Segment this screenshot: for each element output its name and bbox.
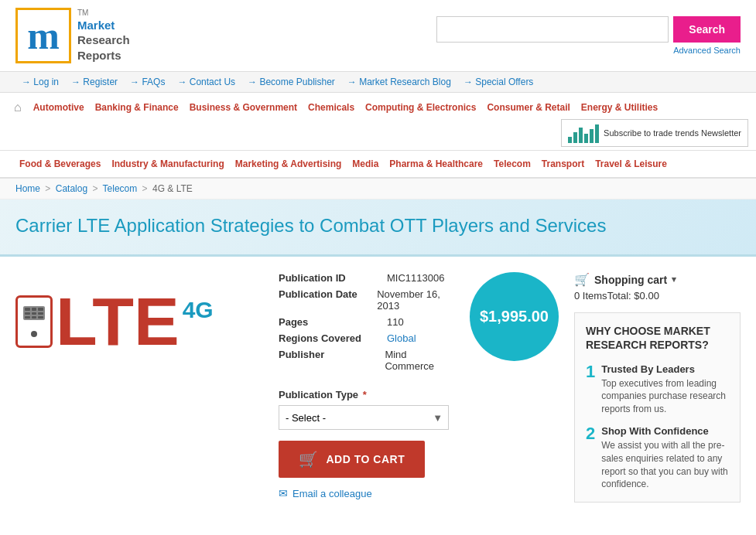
logo-line1: Market [77,19,115,32]
pub-id-row: Publication ID MIC1113006 [279,272,457,284]
cart-header[interactable]: 🛒 Shopping cart ▾ [574,272,741,287]
title-area: Carrier LTE Application Strategies to Co… [0,199,756,257]
lte-logo-display: LTE 4G [15,272,263,363]
logo-line2: Research [77,33,130,46]
logo-square: m [15,8,71,63]
trade-trends-text: Subscribe to trade trends Newsletter [604,128,741,138]
breadcrumb-catalog[interactable]: Catalog [56,183,87,194]
logo-line3: Reports [77,49,121,62]
email-icon: ✉ [279,487,288,499]
cat-energy[interactable]: Energy & Utilities [576,97,663,118]
cat-pharma[interactable]: Pharma & Healthcare [384,154,488,174]
breadcrumb-telecom[interactable]: Telecom [103,183,138,194]
cat-media[interactable]: Media [347,154,384,174]
nav-contact[interactable]: → Contact Us [171,77,241,87]
breadcrumb-sep1: > [45,183,50,194]
publisher-label: Publisher [279,349,385,372]
publisher-value: Mind Commerce [385,349,457,372]
lte-letters: LTE [56,288,180,356]
email-colleague-link[interactable]: ✉ Email a colleague [279,487,559,499]
why-desc-1: Top executives from leading companies pu… [601,377,729,416]
search-input[interactable] [436,16,669,43]
nav-blog[interactable]: → Market Research Blog [341,77,457,87]
product-details: Publication ID MIC1113006 Publication Da… [279,272,559,499]
cat-automotive[interactable]: Automotive [28,97,90,118]
cart-icon: 🛒 [574,272,590,287]
header: m TM Market Research Reports Search Adva… [0,0,756,72]
pub-type-label: Publication Type [279,389,358,400]
cat-food[interactable]: Food & Beverages [14,154,106,174]
breadcrumb-sep3: > [142,183,148,194]
cart-icon-btn: 🛒 [299,450,319,469]
regions-label: Regions Covered [279,332,387,344]
pub-date-row: Publication Date November 16, 2013 [279,288,457,312]
home-icon[interactable]: ⌂ [8,96,28,119]
top-nav: → Log in → Register → FAQs → Contact Us … [0,72,756,93]
logo-text-block: TM Market Research Reports [77,9,130,63]
cat-industry[interactable]: Industry & Manufacturing [106,154,229,174]
cat-banking[interactable]: Banking & Finance [90,97,184,118]
logo-m-letter: m [27,13,60,58]
why-num-1: 1 [586,363,595,416]
cart-total-label: Total: [607,290,631,302]
details-table: Publication ID MIC1113006 Publication Da… [279,272,457,377]
breadcrumb-home[interactable]: Home [15,183,40,194]
main-content: LTE 4G Publication ID MIC1113006 Publica… [0,257,756,518]
why-num-2: 2 [586,425,595,491]
cat-transport[interactable]: Transport [536,154,590,174]
why-title-2: Shop With Confidence [601,425,729,437]
cart-total-value: $0.00 [634,290,659,302]
regions-row: Regions Covered Global [279,332,457,344]
cat-travel[interactable]: Travel & Leisure [590,154,672,174]
phone-icon [15,295,53,348]
logo[interactable]: m TM Market Research Reports [15,8,130,63]
nav-faqs[interactable]: → FAQs [124,77,171,87]
product-image-area: LTE 4G [15,272,263,363]
price-badge: $1,995.00 [470,272,559,361]
cart-items-count: 0 Items [574,290,607,302]
why-item-1: 1 Trusted By Leaders Top executives from… [586,363,729,416]
trade-trends-widget[interactable]: Subscribe to trade trends Newsletter [561,119,748,147]
publisher-row: Publisher Mind Commerce [279,349,457,372]
category-nav-row1: ⌂ Automotive Banking & Finance Business … [0,93,756,151]
add-to-cart-button[interactable]: 🛒 ADD TO CART [279,441,425,478]
pages-label: Pages [279,316,387,328]
email-colleague-text[interactable]: Email a colleague [292,488,372,499]
cat-telecom[interactable]: Telecom [488,154,536,174]
cart-label: Shopping cart [594,274,667,286]
nav-publisher[interactable]: → Become Publisher [241,77,341,87]
pub-id-value: MIC1113006 [387,272,444,284]
pub-type-section: Publication Type * - Select - ▼ [279,389,559,430]
cat-computing[interactable]: Computing & Electronics [360,97,481,118]
search-button[interactable]: Search [673,16,741,43]
why-choose-title: WHY CHOOSE MARKET RESEARCH REPORTS? [586,324,729,352]
publication-type-select[interactable]: - Select - [279,405,449,430]
why-title-1: Trusted By Leaders [601,363,729,375]
nav-register[interactable]: → Register [65,77,124,87]
why-desc-2: We assist you with all the pre-sales enq… [601,439,729,491]
nav-offers[interactable]: → Special Offers [457,77,539,87]
page-title: Carrier LTE Application Strategies to Co… [15,213,741,237]
nav-login[interactable]: → Log in [15,77,65,87]
chart-icon [568,123,599,143]
pages-row: Pages 110 [279,316,457,328]
why-choose-box: WHY CHOOSE MARKET RESEARCH REPORTS? 1 Tr… [574,312,741,503]
regions-value[interactable]: Global [387,332,416,344]
cart-dropdown-icon: ▾ [672,274,676,285]
add-to-cart-label: ADD TO CART [327,453,405,465]
pages-value: 110 [387,316,404,328]
cat-marketing[interactable]: Marketing & Advertising [230,154,347,174]
category-nav-row2: Food & Beverages Industry & Manufacturin… [0,151,756,179]
lte-4g-label: 4G [183,297,214,323]
pub-id-label: Publication ID [279,272,387,284]
why-item-2: 2 Shop With Confidence We assist you wit… [586,425,729,491]
breadcrumb: Home > Catalog > Telecom > 4G & LTE [0,179,756,199]
cat-consumer[interactable]: Consumer & Retail [481,97,575,118]
breadcrumb-sep2: > [92,183,97,194]
required-marker: * [363,389,367,400]
breadcrumb-current: 4G & LTE [152,183,193,194]
cat-chemicals[interactable]: Chemicals [303,97,360,118]
advanced-search-link[interactable]: Advanced Search [673,46,741,55]
cat-business[interactable]: Business & Government [184,97,303,118]
search-area: Search Advanced Search [436,16,741,55]
